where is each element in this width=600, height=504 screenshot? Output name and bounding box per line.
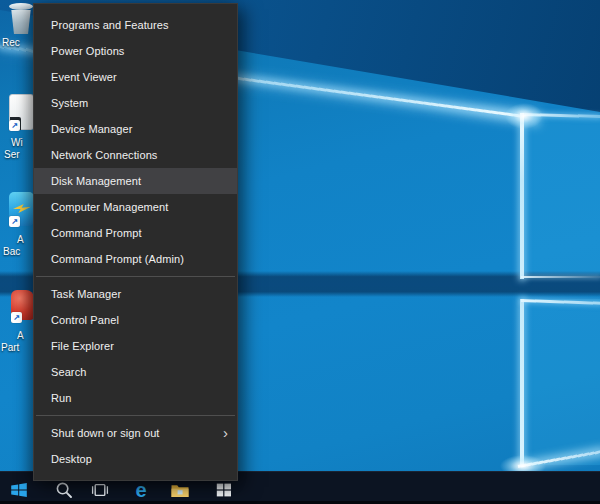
shortcut-arrow-icon: ↗ xyxy=(11,312,22,323)
desktop-screen: Rec ♪ ↗ Wi Ser ↗ A Bac ↗ A Part Programs… xyxy=(0,0,600,504)
menu-item-search[interactable]: Search xyxy=(34,359,237,385)
wallpaper-vertical-line-upper xyxy=(520,113,524,279)
menu-item-programs-and-features[interactable]: Programs and Features xyxy=(34,12,237,38)
menu-item-desktop[interactable]: Desktop xyxy=(34,446,237,472)
winx-menu: Programs and Features Power Options Even… xyxy=(33,3,238,481)
search-icon xyxy=(55,481,73,499)
menu-separator xyxy=(36,276,235,277)
menu-separator xyxy=(36,415,235,416)
menu-item-device-manager[interactable]: Device Manager xyxy=(34,116,237,142)
wallpaper-corner-glow-top xyxy=(505,103,543,129)
desktop-icon-label: A xyxy=(17,330,24,342)
menu-item-command-prompt-admin[interactable]: Command Prompt (Admin) xyxy=(34,246,237,272)
edge-logo-icon: e xyxy=(135,480,146,500)
menu-item-network-connections[interactable]: Network Connections xyxy=(34,142,237,168)
search-button[interactable] xyxy=(51,479,77,501)
desktop-icon-partition-shortcut[interactable]: ↗ A Part xyxy=(0,0,36,370)
menu-item-power-options[interactable]: Power Options xyxy=(34,38,237,64)
desktop-icon-label: Part xyxy=(1,342,19,354)
menu-item-shut-down-or-sign-out[interactable]: Shut down or sign out › xyxy=(34,420,237,446)
menu-item-system[interactable]: System xyxy=(34,90,237,116)
wallpaper-lower-right-pane xyxy=(523,299,600,465)
edge-button[interactable]: e xyxy=(128,479,154,501)
windows-logo-icon xyxy=(9,480,29,500)
white-windows-icon xyxy=(215,481,233,499)
file-explorer-button[interactable] xyxy=(167,479,193,501)
wallpaper-pane-edge-line xyxy=(521,276,600,278)
menu-item-computer-management[interactable]: Computer Management xyxy=(34,194,237,220)
submenu-chevron-icon: › xyxy=(223,420,228,445)
menu-item-event-viewer[interactable]: Event Viewer xyxy=(34,64,237,90)
task-view-icon xyxy=(90,482,110,498)
task-view-button[interactable] xyxy=(87,479,113,501)
menu-item-disk-management[interactable]: Disk Management xyxy=(34,168,237,194)
folder-icon xyxy=(170,482,190,499)
menu-item-command-prompt[interactable]: Command Prompt xyxy=(34,220,237,246)
start-button[interactable] xyxy=(6,479,32,501)
windows-app-button[interactable] xyxy=(211,479,237,501)
wallpaper-upper-right-pane xyxy=(523,115,600,277)
wallpaper-vertical-line-lower xyxy=(520,299,524,466)
menu-item-file-explorer[interactable]: File Explorer xyxy=(34,333,237,359)
menu-item-label: Shut down or sign out xyxy=(51,427,160,439)
menu-item-control-panel[interactable]: Control Panel xyxy=(34,307,237,333)
menu-item-task-manager[interactable]: Task Manager xyxy=(34,281,237,307)
menu-item-run[interactable]: Run xyxy=(34,385,237,411)
